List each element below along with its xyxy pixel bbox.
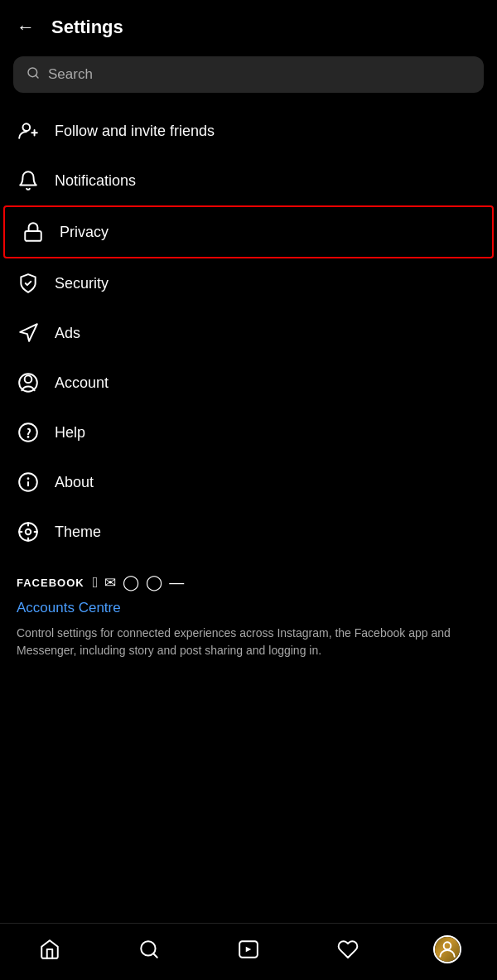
back-button[interactable]: ← [13,15,38,40]
facebook-section-label: FACEBOOK [17,577,84,589]
menu-label-about: About [55,474,94,491]
nav-profile[interactable] [427,932,467,967]
menu-item-notifications[interactable]: Notifications [0,156,497,205]
menu-label-account: Account [55,374,109,392]
menu-label-follow: Follow and invite friends [55,123,215,140]
nav-home[interactable] [30,932,70,967]
search-bar[interactable]: Search [13,56,484,93]
page-title: Settings [51,17,123,38]
home-icon [39,939,60,960]
menu-label-security: Security [55,275,109,292]
account-icon [17,371,40,394]
video-icon [238,939,259,960]
facebook-section: FACEBOOK  ✉ ◯ ◯ — Accounts Centre Contr… [0,557,497,666]
whatsapp-icon: ◯ [146,573,162,591]
menu-item-about[interactable]: About [0,457,497,507]
shield-icon [17,272,40,295]
help-icon [17,421,40,444]
menu-label-theme: Theme [55,524,101,541]
facebook-icons:  ✉ ◯ ◯ — [93,573,185,591]
settings-menu: Follow and invite friends Notifications … [0,106,497,557]
bell-icon [17,169,40,192]
svg-point-14 [26,529,31,535]
search-nav-icon [138,939,160,960]
menu-item-help[interactable]: Help [0,408,497,457]
menu-label-ads: Ads [55,325,80,342]
menu-item-security[interactable]: Security [0,258,497,308]
facebook-row: FACEBOOK  ✉ ◯ ◯ — [17,573,480,591]
theme-icon [17,520,40,543]
svg-point-2 [23,123,31,131]
avatar-image [435,937,460,962]
menu-item-ads[interactable]: Ads [0,308,497,358]
info-icon [17,471,40,494]
menu-item-follow[interactable]: Follow and invite friends [0,106,497,156]
accounts-centre-description: Control settings for connected experienc… [17,625,480,659]
bottom-nav [0,923,497,980]
menu-item-theme[interactable]: Theme [0,507,497,557]
heart-icon [337,939,359,960]
svg-point-22 [444,942,451,949]
megaphone-icon [17,321,40,345]
menu-label-notifications: Notifications [55,172,136,190]
profile-avatar [433,935,461,963]
accounts-centre-link[interactable]: Accounts Centre [17,600,480,616]
svg-rect-5 [25,231,41,241]
search-icon [27,66,40,83]
nav-activity[interactable] [328,932,368,967]
search-placeholder: Search [48,66,93,83]
nav-reels[interactable] [229,932,268,967]
facebook-icon:  [93,574,99,591]
menu-item-privacy[interactable]: Privacy [3,205,494,258]
follow-icon [17,119,40,142]
menu-label-help: Help [55,424,85,442]
svg-line-1 [36,75,38,78]
menu-label-privacy: Privacy [60,224,109,241]
menu-item-account[interactable]: Account [0,358,497,408]
nav-search[interactable] [129,932,169,967]
header: ← Settings [0,0,497,48]
instagram-icon: ◯ [123,573,139,591]
oculus-icon: — [169,574,184,591]
messenger-icon: ✉ [104,574,116,591]
lock-icon [22,220,45,244]
svg-point-6 [25,375,32,383]
svg-line-20 [153,953,157,958]
